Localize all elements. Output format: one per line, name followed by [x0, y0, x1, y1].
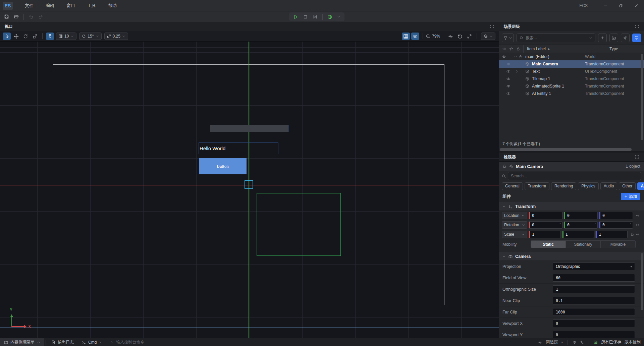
transform-section-header[interactable]: Transform — [499, 202, 644, 211]
tree-row-animatedsprite[interactable]: AnimatedSprite 1 TransformComponent — [499, 82, 644, 90]
content-drawer-button[interactable]: 内容侧滑菜单 — [0, 338, 44, 346]
undo-button[interactable] — [29, 14, 34, 19]
mobility-static[interactable]: Static — [531, 241, 566, 248]
rotate-tool-button[interactable] — [21, 33, 30, 40]
menu-tools[interactable]: 工具 — [83, 1, 101, 10]
column-item-label[interactable]: Item Label ▲ — [524, 47, 587, 51]
visibility-eye-icon[interactable] — [502, 55, 506, 59]
near-clip-input[interactable] — [553, 297, 635, 304]
chevron-down-icon[interactable] — [337, 15, 340, 18]
tab-all[interactable]: All — [637, 182, 644, 190]
view-mode-button[interactable] — [632, 34, 641, 42]
hierarchy-search-input[interactable] — [526, 36, 587, 40]
hierarchy-settings-button[interactable] — [621, 34, 630, 42]
menu-edit[interactable]: 编辑 — [41, 1, 59, 10]
app-logo[interactable]: ES — [3, 2, 13, 10]
visibility-eye-icon[interactable] — [506, 62, 511, 66]
location-mode-dropdown[interactable]: Location — [502, 212, 527, 219]
grid-toggle-button[interactable] — [402, 33, 410, 40]
chevron-down-icon[interactable] — [502, 205, 506, 208]
tab-other[interactable]: Other — [619, 182, 636, 190]
add-entity-button[interactable] — [598, 34, 607, 42]
location-x-field[interactable] — [529, 212, 562, 219]
expand-panel-icon[interactable] — [635, 155, 639, 159]
mobility-stationary[interactable]: Stationary — [566, 241, 601, 248]
link-values-icon[interactable] — [634, 214, 641, 218]
rotation-y-field[interactable]: ° — [564, 221, 598, 229]
vertical-scrollbar[interactable] — [641, 54, 643, 140]
ui-slider-element[interactable] — [210, 125, 288, 132]
tab-general[interactable]: General — [502, 182, 523, 190]
tab-audio[interactable]: Audio — [600, 182, 618, 190]
move-tool-button[interactable] — [12, 33, 20, 40]
chevron-down-icon[interactable] — [514, 55, 517, 58]
branch-icon[interactable] — [580, 340, 584, 344]
camera-section-header[interactable]: Camera — [499, 252, 644, 261]
orthographic-size-input[interactable] — [553, 285, 635, 293]
scale-x-field[interactable] — [529, 231, 561, 238]
column-type[interactable]: Type — [609, 47, 618, 51]
tab-physics[interactable]: Physics — [578, 182, 598, 190]
tree-row-tilemap[interactable]: Tilemap 1 TransformComponent — [499, 75, 644, 82]
output-log-button[interactable]: 输出日志 — [47, 338, 78, 346]
chevron-right-icon[interactable] — [515, 70, 519, 73]
select-tool-button[interactable] — [3, 33, 11, 40]
viewport-x-input[interactable] — [553, 320, 635, 327]
tree-row-text[interactable]: Text UITextComponent — [499, 68, 644, 75]
viewport-y-input[interactable] — [553, 331, 635, 338]
lock-open-icon[interactable] — [502, 164, 506, 168]
visibility-toggle-button[interactable] — [411, 33, 419, 40]
far-clip-input[interactable] — [553, 308, 635, 316]
play-button[interactable] — [293, 14, 298, 19]
location-y-field[interactable] — [564, 212, 598, 219]
restore-button[interactable] — [613, 0, 629, 11]
mobility-movable[interactable]: Movable — [601, 241, 635, 248]
expand-panel-icon[interactable] — [635, 24, 639, 28]
redo-button[interactable] — [38, 14, 43, 19]
filter-button[interactable] — [502, 34, 514, 42]
rotation-mode-dropdown[interactable]: Rotation — [502, 221, 527, 229]
object-settings-icon[interactable] — [509, 164, 513, 168]
minimize-button[interactable] — [598, 0, 613, 11]
step-button[interactable] — [313, 14, 318, 19]
zoom-icon[interactable] — [426, 34, 431, 39]
snap-magnet-button[interactable] — [46, 33, 54, 40]
tab-rendering[interactable]: Rendering — [551, 182, 576, 190]
ui-text-element[interactable]: Hello World — [199, 142, 278, 154]
vertical-scrollbar[interactable] — [641, 253, 643, 310]
rotation-z-field[interactable]: ° — [599, 221, 633, 229]
add-folder-button[interactable] — [609, 34, 618, 42]
horizontal-scrollbar[interactable] — [499, 148, 644, 151]
trace-label[interactable]: 回追踪 — [546, 339, 558, 345]
tree-row-world[interactable]: main (Editor) World — [499, 53, 644, 60]
rotation-x-field[interactable]: ° — [529, 221, 562, 229]
globe-run-target-button[interactable] — [327, 14, 332, 19]
field-of-view-input[interactable] — [553, 274, 635, 282]
scrollbar-thumb[interactable] — [500, 148, 632, 151]
angle-snap-dropdown[interactable]: 15° — [79, 33, 101, 40]
link-values-icon[interactable] — [634, 232, 641, 236]
version-control-button[interactable]: 版本控制 — [625, 339, 641, 345]
selection-origin-handle[interactable] — [245, 180, 253, 189]
visibility-eye-icon[interactable] — [506, 69, 511, 73]
stop-button[interactable] — [303, 14, 308, 19]
hierarchy-search[interactable] — [517, 34, 595, 42]
menu-window[interactable]: 窗口 — [62, 1, 80, 10]
fullscreen-button[interactable] — [465, 33, 473, 40]
ui-button-element[interactable]: Button — [199, 158, 247, 174]
scale-mode-dropdown[interactable]: Scale — [502, 231, 527, 238]
visibility-eye-icon[interactable] — [506, 84, 511, 88]
console-command-input[interactable]: 输入控制台命令 — [106, 338, 148, 346]
viewport-globe-dropdown[interactable] — [481, 33, 495, 40]
link-values-icon[interactable] — [634, 223, 641, 227]
reset-view-button[interactable] — [456, 33, 464, 40]
expand-panel-icon[interactable] — [490, 24, 494, 28]
scale-tool-button[interactable] — [31, 33, 39, 40]
scale-snap-dropdown[interactable]: 0.25 — [104, 33, 128, 40]
cmd-dropdown[interactable]: Cmd — [78, 338, 106, 346]
menu-file[interactable]: 文件 — [20, 1, 38, 10]
save-button[interactable] — [4, 14, 9, 19]
stats-pulse-button[interactable] — [446, 33, 454, 40]
zoom-level[interactable]: 79% — [432, 34, 440, 39]
scale-z-field[interactable] — [595, 231, 628, 238]
